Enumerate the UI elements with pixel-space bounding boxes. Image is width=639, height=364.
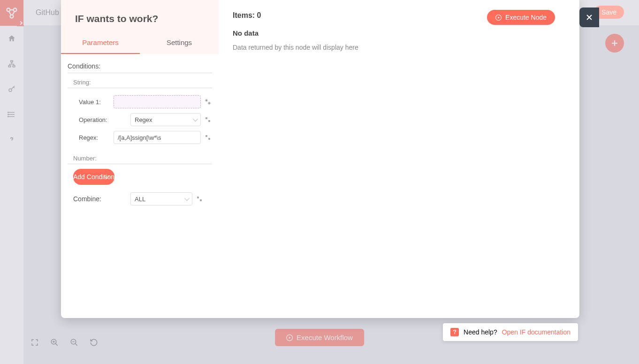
items-label: Items: [233, 11, 255, 19]
param-row-value1: Value 1: [68, 93, 212, 111]
help-toast: ? Need help? Open IF documentation [443, 323, 578, 341]
param-row-combine: Combine: ALL [68, 189, 212, 209]
items-count: 0 [257, 11, 261, 19]
svg-point-15 [205, 117, 208, 120]
svg-point-18 [208, 138, 211, 140]
value1-input[interactable] [114, 95, 201, 108]
number-section-label: Number: [68, 152, 212, 164]
gear-icon[interactable] [204, 98, 212, 106]
regex-input[interactable] [114, 131, 201, 144]
svg-point-19 [197, 197, 199, 199]
operation-label: Operation: [79, 116, 128, 123]
gear-icon[interactable] [204, 133, 212, 142]
combine-value: ALL [135, 196, 145, 203]
node-title[interactable]: IF wants to work? [61, 0, 219, 32]
operation-select[interactable]: Regex [130, 113, 201, 126]
param-row-regex: Regex: [68, 129, 212, 146]
modal-right-panel: Items: 0 No data Data returned by this n… [219, 0, 579, 318]
gear-icon[interactable] [195, 195, 204, 203]
tab-parameters[interactable]: Parameters [61, 32, 140, 54]
close-icon [585, 13, 594, 22]
play-icon [495, 15, 502, 21]
combine-select[interactable]: ALL [130, 192, 192, 205]
help-text: Need help? [464, 328, 497, 336]
execute-node-label: Execute Node [505, 14, 547, 21]
no-data-title: No data [233, 29, 565, 37]
svg-point-16 [208, 120, 211, 122]
chevron-down-icon [193, 116, 198, 121]
node-modal: IF wants to work? Parameters Settings Co… [61, 0, 579, 318]
gear-icon[interactable] [204, 115, 212, 124]
modal-left-panel: IF wants to work? Parameters Settings Co… [61, 0, 219, 318]
operation-value: Regex [135, 116, 152, 123]
string-section-label: String: [68, 76, 212, 88]
parameters-body: Conditions: String: Value 1: Operation: … [61, 54, 219, 318]
chevron-down-icon [184, 196, 190, 201]
no-data-subtitle: Data returned by this node will display … [233, 44, 565, 51]
combine-label: Combine: [73, 195, 128, 203]
help-doc-link[interactable]: Open IF documentation [502, 328, 571, 336]
regex-label: Regex: [79, 134, 111, 141]
add-condition-button[interactable]: Add Condition [73, 169, 114, 185]
param-row-operation: Operation: Regex [68, 111, 212, 129]
help-question-icon: ? [450, 328, 459, 336]
modal-tabs: Parameters Settings [61, 32, 219, 54]
value1-label: Value 1: [79, 99, 111, 106]
svg-point-20 [200, 199, 202, 202]
svg-point-17 [205, 135, 208, 137]
modal-topright: Execute Node [487, 8, 579, 27]
tab-settings[interactable]: Settings [140, 32, 219, 54]
execute-node-button[interactable]: Execute Node [487, 10, 555, 25]
conditions-label: Conditions: [68, 60, 212, 73]
close-button[interactable] [579, 8, 599, 27]
